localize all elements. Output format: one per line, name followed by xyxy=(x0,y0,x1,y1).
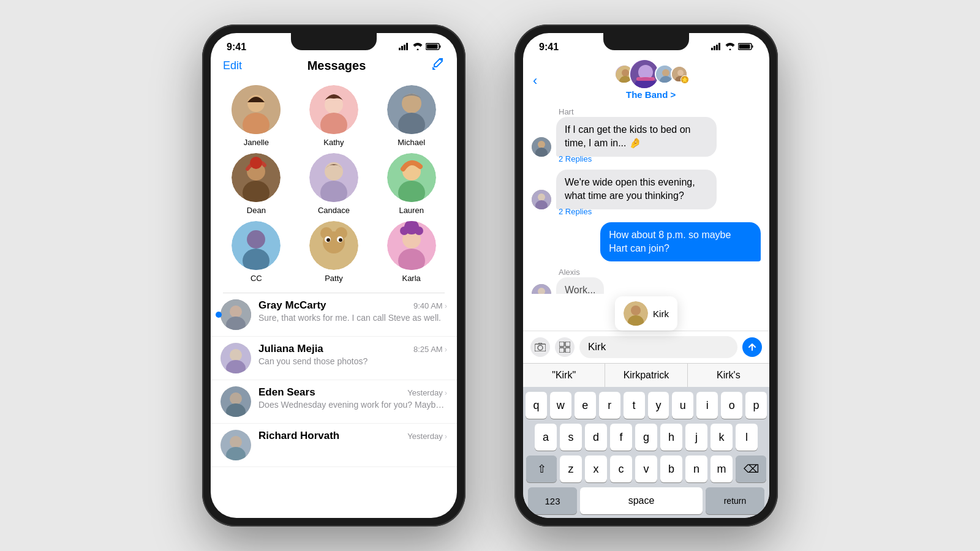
key-v[interactable]: v xyxy=(635,455,657,482)
contact-name-karla: Karla xyxy=(402,274,420,283)
edit-button[interactable]: Edit xyxy=(223,59,242,72)
key-t[interactable]: t xyxy=(624,392,645,419)
msg-header-eden: Eden Sears Yesterday › xyxy=(258,386,447,399)
svg-rect-58 xyxy=(718,43,720,50)
unread-dot xyxy=(216,312,222,318)
key-n[interactable]: n xyxy=(685,455,707,482)
key-k[interactable]: k xyxy=(710,424,733,451)
svg-point-42 xyxy=(415,227,423,235)
sender-hart-label: Hart xyxy=(532,107,761,116)
message-row-juliana[interactable]: Juliana Mejia 8:25 AM › Can you send tho… xyxy=(211,337,457,380)
key-return[interactable]: return xyxy=(706,487,764,514)
contact-dean[interactable]: Dean xyxy=(221,153,292,215)
message-row-richard[interactable]: Richard Horvath Yesterday › xyxy=(211,424,457,467)
message-input[interactable]: Kirk xyxy=(579,336,737,358)
key-d[interactable]: d xyxy=(585,424,607,451)
time-left: 9:41 xyxy=(227,42,246,53)
key-o[interactable]: o xyxy=(721,392,742,419)
contact-name-cc: CC xyxy=(251,274,262,283)
keyboard: q w e r t y u i o p a s d f g xyxy=(523,387,769,518)
contact-candace[interactable]: Candace xyxy=(298,153,370,215)
camera-button[interactable] xyxy=(530,337,550,357)
autocomplete-kirk[interactable]: "Kirk" xyxy=(523,364,605,387)
left-phone: 9:41 Edit Messages xyxy=(202,24,466,527)
svg-point-44 xyxy=(230,305,242,318)
status-icons-right xyxy=(711,43,753,52)
status-icons-left xyxy=(399,43,441,52)
key-shift[interactable]: ⇧ xyxy=(526,455,557,482)
key-123[interactable]: 123 xyxy=(528,487,577,514)
contact-cc[interactable]: CC xyxy=(221,221,292,283)
contact-lauren[interactable]: Lauren xyxy=(375,153,447,215)
avatar-eden xyxy=(221,386,251,417)
key-space[interactable]: space xyxy=(580,487,703,514)
key-x[interactable]: x xyxy=(585,455,607,482)
key-g[interactable]: g xyxy=(635,424,657,451)
key-z[interactable]: z xyxy=(560,455,582,482)
msg-header-richard: Richard Horvath Yesterday › xyxy=(258,430,447,442)
compose-button[interactable] xyxy=(431,58,445,74)
battery-icon xyxy=(426,43,441,52)
key-i[interactable]: i xyxy=(696,392,718,419)
svg-point-76 xyxy=(538,141,545,148)
contact-janelle[interactable]: Janelle xyxy=(221,85,292,147)
svg-rect-55 xyxy=(711,48,713,50)
avatar-alexis xyxy=(532,284,551,294)
contact-name-michael: Michael xyxy=(398,138,425,147)
contact-michael[interactable]: Michael xyxy=(375,85,447,147)
avatar-lauren xyxy=(387,153,436,202)
message-row-gray[interactable]: Gray McCarty 9:40 AM › Sure, that works … xyxy=(211,293,457,337)
input-area: Kirk xyxy=(523,331,769,363)
back-button[interactable]: ‹ xyxy=(533,73,537,89)
wifi-icon-right xyxy=(725,43,735,52)
svg-rect-57 xyxy=(716,45,718,50)
svg-rect-3 xyxy=(406,43,408,50)
right-phone: 9:41 ‹ xyxy=(514,24,778,527)
contact-name-janelle: Janelle xyxy=(244,138,269,147)
group-avatar-badge: ⭐ xyxy=(680,75,689,84)
key-delete[interactable]: ⌫ xyxy=(736,455,766,482)
msg-header-juliana: Juliana Mejia 8:25 AM › xyxy=(258,343,447,355)
avatar-dean xyxy=(232,153,281,202)
key-s[interactable]: s xyxy=(560,424,582,451)
key-p[interactable]: p xyxy=(745,392,767,419)
chevron-richard: › xyxy=(445,432,447,441)
mention-popup[interactable]: Kirk xyxy=(615,296,677,331)
key-a[interactable]: a xyxy=(535,424,557,451)
bubble-row-alexis: Work... xyxy=(532,277,761,294)
group-name[interactable]: The Band > xyxy=(626,89,676,102)
key-r[interactable]: r xyxy=(599,392,620,419)
key-h[interactable]: h xyxy=(660,424,682,451)
svg-rect-91 xyxy=(559,348,564,353)
autocomplete-kirks[interactable]: Kirk's xyxy=(688,364,769,387)
key-e[interactable]: e xyxy=(575,392,596,419)
msg-name-juliana: Juliana Mejia xyxy=(258,343,323,355)
key-row-2: a s d f g h j k l xyxy=(526,424,767,451)
key-w[interactable]: w xyxy=(550,392,571,419)
messages-title: Messages xyxy=(307,59,366,73)
appstore-button[interactable] xyxy=(555,337,575,357)
contact-kathy[interactable]: Kathy xyxy=(298,85,370,147)
avatar-juliana xyxy=(221,343,251,373)
notch-right xyxy=(603,33,689,50)
key-u[interactable]: u xyxy=(672,392,693,419)
contact-patty[interactable]: Patty xyxy=(298,221,370,283)
key-j[interactable]: j xyxy=(685,424,707,451)
autocomplete-kirkpatrick[interactable]: Kirkpatrick xyxy=(605,364,687,387)
send-button[interactable] xyxy=(742,337,762,357)
conv-nav: ‹ xyxy=(523,55,769,107)
contact-karla[interactable]: Karla xyxy=(375,221,447,283)
mention-popup-avatar xyxy=(624,301,648,326)
key-c[interactable]: c xyxy=(610,455,632,482)
key-y[interactable]: y xyxy=(648,392,669,419)
svg-point-19 xyxy=(250,157,262,169)
key-l[interactable]: l xyxy=(736,424,758,451)
message-row-eden[interactable]: Eden Sears Yesterday › Does Wednesday ev… xyxy=(211,380,457,424)
key-q[interactable]: q xyxy=(526,392,547,419)
key-m[interactable]: m xyxy=(710,455,733,482)
avatar-richard xyxy=(221,430,251,460)
key-f[interactable]: f xyxy=(610,424,632,451)
key-b[interactable]: b xyxy=(660,455,682,482)
bubble-row-hart: If I can get the kids to bed on time, I … xyxy=(532,117,761,157)
msg-time-richard: Yesterday › xyxy=(407,432,447,441)
